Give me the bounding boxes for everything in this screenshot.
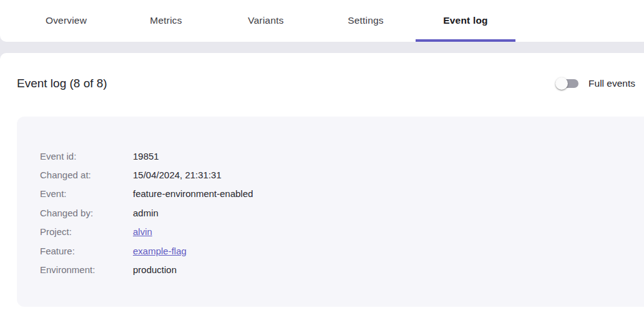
- tab-variants[interactable]: Variants: [216, 0, 316, 42]
- event-row-value: feature-environment-enabled: [133, 188, 253, 199]
- event-row-event-id: Event id: 19851: [40, 147, 644, 165]
- event-row-label: Event id:: [40, 151, 133, 161]
- event-log-header-row: Event log (8 of 8) Full events: [0, 53, 644, 92]
- event-row-event: Event: feature-environment-enabled: [40, 185, 644, 203]
- toggle-knob: [555, 77, 568, 90]
- event-row-label: Environment:: [40, 264, 133, 275]
- event-row-label: Project:: [40, 226, 133, 237]
- event-row-label: Event:: [40, 188, 133, 199]
- project-link[interactable]: alvin: [133, 226, 152, 237]
- event-row-environment: Environment: production: [40, 260, 644, 279]
- event-row-changed-by: Changed by: admin: [40, 203, 644, 222]
- event-row-label: Changed by:: [40, 208, 133, 218]
- event-row-value: 19851: [133, 151, 159, 161]
- event-row-project: Project: alvin: [40, 223, 644, 241]
- feature-link[interactable]: example-flag: [133, 246, 187, 256]
- page-title: Event log (8 of 8): [17, 75, 107, 92]
- event-row-changed-at: Changed at: 15/04/2024, 21:31:31: [40, 165, 644, 184]
- event-row-value: admin: [133, 208, 159, 218]
- event-row-label: Changed at:: [40, 170, 133, 180]
- tab-event-log[interactable]: Event log: [416, 0, 515, 42]
- full-events-toggle[interactable]: [557, 79, 578, 88]
- event-row-feature: Feature: example-flag: [40, 241, 644, 260]
- full-events-toggle-label: Full events: [588, 78, 635, 89]
- event-log-panel: Event log (8 of 8) Full events Event id:…: [0, 53, 644, 313]
- feature-tab-bar: Overview Metrics Variants Settings Event…: [0, 0, 644, 42]
- event-row-value: 15/04/2024, 21:31:31: [133, 170, 222, 180]
- tab-settings[interactable]: Settings: [316, 0, 416, 42]
- full-events-toggle-group: Full events: [557, 78, 635, 89]
- event-details-card: Event id: 19851 Changed at: 15/04/2024, …: [17, 117, 644, 307]
- tab-overview[interactable]: Overview: [16, 0, 116, 42]
- event-row-value: production: [133, 264, 177, 275]
- event-row-label: Feature:: [40, 246, 133, 256]
- tab-metrics[interactable]: Metrics: [116, 0, 216, 42]
